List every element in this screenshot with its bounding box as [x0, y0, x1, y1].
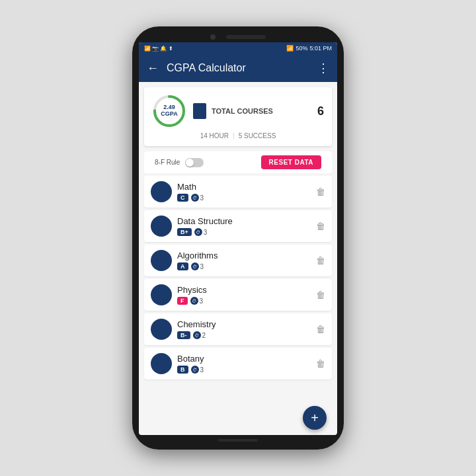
- cgpa-label: CGPA: [161, 111, 177, 118]
- course-name: Data Structure: [177, 216, 311, 226]
- cgpa-circle: 2.49 CGPA: [152, 94, 186, 128]
- time-label: 5:01 PM: [309, 45, 332, 52]
- course-name: Chemistry: [177, 319, 311, 329]
- course-list-wrapper: Math C ⏱ 3 🗑 Data Structure B+ ⏱ 3 🗑: [139, 176, 337, 435]
- phone-bottom-bar: [218, 439, 258, 442]
- clock-badge: ⏱ 3: [191, 366, 204, 374]
- course-name: Physics: [177, 285, 311, 295]
- status-bar: 📶 📷 🔔 ⬆ 📶 50% 5:01 PM: [139, 42, 337, 54]
- course-item: Algorithms A ⏱ 3 🗑: [144, 245, 332, 276]
- rule-label: 8-F Rule: [155, 159, 180, 166]
- toolbar: ← CGPA Calculator ⋮: [139, 54, 337, 82]
- clock-badge: ⏱ 2: [193, 331, 206, 339]
- success-label: 5 SUCCESS: [239, 132, 276, 139]
- summary-bottom: 14 HOUR | 5 SUCCESS: [152, 132, 324, 139]
- phone-top: [139, 34, 337, 40]
- course-name: Algorithms: [177, 251, 311, 260]
- delete-button[interactable]: 🗑: [316, 324, 325, 335]
- phone-outer: 📶 📷 🔔 ⬆ 📶 50% 5:01 PM ← CGPA Calculator …: [132, 26, 344, 450]
- course-name: Botany: [177, 354, 311, 364]
- clock-badge: ⏱ 3: [194, 228, 208, 236]
- total-courses-count: 6: [317, 104, 324, 118]
- course-info: Physics F ⏱ 3: [177, 285, 311, 305]
- summary-card: 2.49 CGPA TOTAL COURSES 6 14 HOUR | 5 SU…: [144, 87, 332, 146]
- course-info: Chemistry B- ⏱ 2: [177, 319, 311, 339]
- grade-badge[interactable]: B+: [177, 228, 192, 236]
- course-item: Chemistry B- ⏱ 2 🗑: [144, 313, 332, 345]
- course-dot: [151, 319, 172, 340]
- status-left: 📶 📷 🔔 ⬆: [144, 46, 173, 52]
- delete-button[interactable]: 🗑: [316, 221, 325, 231]
- course-list: Math C ⏱ 3 🗑 Data Structure B+ ⏱ 3 🗑: [139, 176, 337, 382]
- course-name: Math: [177, 182, 311, 192]
- course-info: Math C ⏱ 3: [177, 182, 311, 202]
- battery-label: 50%: [296, 45, 307, 52]
- course-badges: C ⏱ 3: [177, 194, 311, 202]
- book-icon: [193, 103, 206, 119]
- status-icons: 📶 📷 🔔 ⬆: [144, 46, 173, 52]
- grade-badge[interactable]: B: [177, 366, 188, 374]
- wifi-icon: 📶: [286, 45, 294, 52]
- clock-icon: ⏱: [191, 194, 199, 202]
- grade-badge[interactable]: B-: [177, 331, 190, 339]
- rule-group: 8-F Rule: [155, 158, 204, 167]
- grade-badge[interactable]: C: [177, 194, 188, 202]
- toggle-knob: [186, 159, 194, 167]
- clock-icon: ⏱: [193, 331, 201, 339]
- course-info: Algorithms A ⏱ 3: [177, 251, 311, 270]
- controls-row: 8-F Rule RESET DATA: [144, 151, 332, 173]
- clock-badge: ⏱ 3: [191, 262, 204, 270]
- clock-badge: ⏱ 3: [191, 194, 204, 202]
- course-item: Data Structure B+ ⏱ 3 🗑: [144, 210, 332, 242]
- course-dot: [151, 250, 172, 271]
- grade-badge[interactable]: F: [177, 297, 188, 305]
- course-badges: B- ⏱ 2: [177, 331, 311, 339]
- total-courses-section: TOTAL COURSES 6: [193, 103, 324, 119]
- course-badges: B+ ⏱ 3: [177, 228, 311, 236]
- course-item: Botany B ⏱ 3 🗑: [144, 348, 332, 379]
- course-dot: [151, 353, 172, 374]
- delete-button[interactable]: 🗑: [316, 358, 325, 369]
- hours-label: 14 HOUR: [200, 132, 229, 139]
- rule-toggle[interactable]: [185, 158, 204, 167]
- course-item: Physics F ⏱ 3 🗑: [144, 279, 332, 311]
- course-info: Data Structure B+ ⏱ 3: [177, 216, 311, 236]
- delete-button[interactable]: 🗑: [316, 290, 325, 300]
- fab[interactable]: +: [303, 406, 327, 430]
- clock-badge: ⏱ 3: [190, 297, 204, 305]
- clock-icon: ⏱: [191, 262, 199, 270]
- phone-screen: 📶 📷 🔔 ⬆ 📶 50% 5:01 PM ← CGPA Calculator …: [139, 42, 337, 435]
- speaker: [226, 35, 266, 39]
- clock-icon: ⏱: [191, 366, 199, 374]
- divider: |: [233, 132, 235, 139]
- course-item: Math C ⏱ 3 🗑: [144, 176, 332, 208]
- reset-data-button[interactable]: RESET DATA: [261, 155, 321, 169]
- course-dot: [151, 181, 172, 202]
- grade-badge[interactable]: A: [177, 262, 188, 270]
- total-courses-label: TOTAL COURSES: [212, 107, 312, 115]
- toolbar-title: CGPA Calculator: [167, 62, 309, 74]
- delete-button[interactable]: 🗑: [316, 186, 325, 197]
- course-badges: F ⏱ 3: [177, 297, 311, 305]
- course-badges: A ⏱ 3: [177, 262, 311, 270]
- clock-icon: ⏱: [190, 297, 198, 305]
- course-dot: [151, 284, 172, 305]
- course-info: Botany B ⏱ 3: [177, 354, 311, 374]
- camera: [210, 34, 216, 40]
- more-menu-button[interactable]: ⋮: [317, 61, 329, 75]
- course-dot: [151, 216, 172, 237]
- back-button[interactable]: ←: [147, 61, 159, 75]
- delete-button[interactable]: 🗑: [316, 255, 325, 266]
- status-right: 📶 50% 5:01 PM: [286, 45, 332, 52]
- clock-icon: ⏱: [194, 228, 202, 236]
- course-badges: B ⏱ 3: [177, 366, 311, 374]
